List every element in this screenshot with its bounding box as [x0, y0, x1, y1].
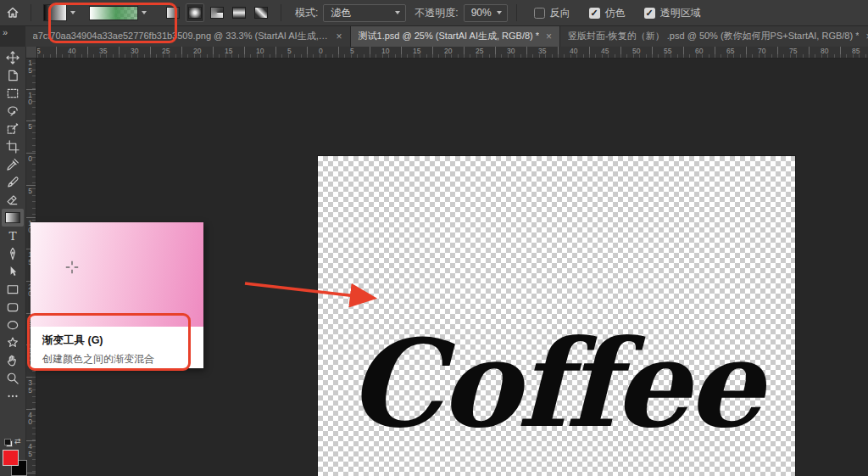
toolbar-more[interactable]	[0, 387, 25, 405]
linear-gradient-button[interactable]	[164, 3, 182, 22]
ruler-tick-label: 0	[319, 47, 323, 55]
hand-tool-icon	[6, 354, 19, 367]
swap-colors-icon[interactable]: ⇄	[14, 437, 21, 445]
brush-tool-icon	[6, 176, 19, 189]
coffee-text: Coffee	[348, 313, 769, 454]
ruler-tick-label: 35	[538, 47, 546, 55]
tab-close-icon[interactable]: ×	[337, 31, 342, 42]
ruler-tick-label: 4 0	[27, 412, 34, 426]
ruler-tick-label: 65	[726, 47, 734, 55]
checkbox-checked-icon[interactable]: ✓	[589, 8, 600, 19]
ruler-tick-label: 1 5	[27, 59, 34, 74]
rectangle-tool[interactable]	[0, 280, 25, 298]
linear-gradient-icon	[166, 7, 180, 19]
foreground-background-swatches	[3, 450, 25, 475]
eraser-tool[interactable]	[0, 191, 25, 209]
ruler-tick-label: 10	[381, 47, 389, 55]
tab-title: a7cf70aa34904a33ae52776fb31b3509.png @ 3…	[33, 30, 330, 42]
zoom-tool-icon	[6, 372, 19, 385]
lasso-tool[interactable]	[0, 102, 25, 120]
move-tool[interactable]	[0, 48, 25, 66]
ruler-tick-label: 45	[601, 47, 609, 55]
tab-bar-corner: »	[0, 25, 25, 47]
object-selection-tool-icon	[6, 122, 19, 136]
ruler-tick-label: 80	[821, 47, 828, 55]
default-colors-icon[interactable]	[4, 439, 13, 447]
tab-title: 竖版封面-恢复的（新） .psd @ 50% (教你如何用PS+StartAI,…	[568, 30, 859, 42]
tab-close-icon[interactable]: ×	[546, 31, 552, 42]
gradient-tool-tooltip: 渐变工具 (G) 创建颜色之间的渐变混合	[31, 222, 203, 368]
document-tab[interactable]: a7cf70aa34904a33ae52776fb31b3509.png @ 3…	[25, 25, 351, 47]
radial-gradient-button[interactable]	[186, 3, 204, 22]
angle-gradient-button[interactable]	[208, 3, 226, 22]
option-checkbox[interactable]: ✓仿色	[589, 6, 626, 20]
home-button[interactable]	[0, 6, 25, 20]
eyedropper-tool[interactable]	[0, 155, 25, 173]
ruler-tick-label: 5	[287, 47, 292, 55]
checkbox-label: 仿色	[605, 6, 626, 20]
rounded-rectangle-tool[interactable]	[0, 298, 25, 316]
pen-tool[interactable]	[0, 244, 25, 262]
ruler-tick-label: 50	[632, 47, 640, 55]
option-checkbox[interactable]: ✓透明区域	[644, 6, 701, 20]
ruler-tick-label: 5	[27, 188, 34, 195]
tool-preset-picker[interactable]	[43, 4, 79, 21]
horizontal-ruler[interactable]: 5403530252015105051015202530354045505560…	[25, 47, 868, 59]
photoshop-window: Coffee 540353025201510505101520253035404…	[0, 0, 868, 476]
document-canvas[interactable]: Coffee	[318, 156, 795, 476]
ruler-origin-box[interactable]	[25, 47, 37, 59]
mode-label: 模式:	[295, 6, 318, 20]
crosshair-cursor-icon	[64, 260, 80, 275]
checkbox-unchecked-icon[interactable]	[534, 8, 545, 19]
type-tool[interactable]: T	[0, 227, 25, 244]
blend-mode-value: 滤色	[331, 6, 351, 20]
ruler-tick-label: 40	[68, 47, 75, 55]
tab-title: 测试1.psd @ 25% (StartAI AI生成, RGB/8) *	[359, 30, 540, 42]
checkbox-checked-icon[interactable]: ✓	[644, 8, 655, 19]
opacity-select[interactable]: 90%	[464, 4, 508, 22]
zoom-tool[interactable]	[0, 369, 25, 387]
diamond-gradient-button[interactable]	[252, 3, 270, 22]
foreground-color-swatch[interactable]	[3, 450, 19, 466]
tool-options-bar: 模式: 滤色 不透明度: 90% 反向✓仿色✓透明区域	[0, 0, 868, 26]
reflected-gradient-button[interactable]	[230, 3, 248, 22]
object-selection-tool[interactable]	[0, 120, 25, 137]
radial-gradient-icon	[188, 7, 202, 19]
rectangle-tool-icon	[6, 283, 19, 296]
document-tab[interactable]: 测试1.psd @ 25% (StartAI AI生成, RGB/8) *×	[351, 25, 561, 47]
default-fg-chip	[4, 439, 11, 445]
crop-tool[interactable]	[0, 137, 25, 155]
gradient-picker-chevron-icon[interactable]	[138, 5, 150, 20]
path-select-tool-icon	[6, 265, 19, 278]
home-icon	[6, 6, 19, 20]
ruler-tick-label: 25	[162, 47, 170, 55]
ruler-tick-label: 15	[225, 47, 232, 55]
ruler-tick-label: 5	[27, 123, 34, 131]
tooltip-title: 渐变工具 (G)	[42, 333, 192, 348]
brush-tool[interactable]	[0, 173, 25, 191]
gradient-type-buttons	[164, 3, 270, 22]
ellipse-tool[interactable]	[0, 316, 25, 333]
path-select-tool[interactable]	[0, 262, 25, 280]
marquee-tool[interactable]	[0, 84, 25, 102]
crop-tool-icon	[6, 140, 19, 154]
ruler-tick-label: 5	[350, 47, 354, 55]
pen-tool-icon	[6, 247, 19, 260]
ruler-tick-label: 1 0	[27, 92, 34, 106]
gradient-editor-preview[interactable]	[89, 6, 138, 20]
document-tab[interactable]: 竖版封面-恢复的（新） .psd @ 50% (教你如何用PS+StartAI,…	[560, 25, 868, 47]
tab-bar-tabs: a7cf70aa34904a33ae52776fb31b3509.png @ 3…	[25, 25, 868, 47]
diamond-gradient-icon	[254, 7, 268, 19]
collapse-panel-icon[interactable]: »	[3, 27, 7, 37]
artboard-tool[interactable]	[0, 66, 25, 84]
custom-shape-tool[interactable]	[0, 333, 25, 351]
gradient-tool-icon	[5, 212, 20, 223]
gradient-tool[interactable]	[2, 209, 24, 227]
ruler-tick-label: 40	[570, 47, 577, 55]
hand-tool[interactable]	[0, 351, 25, 369]
ellipse-tool-icon	[6, 318, 19, 332]
blend-mode-select[interactable]: 滤色	[323, 4, 406, 22]
separator	[281, 4, 281, 21]
ruler-tick-label: 20	[444, 47, 452, 55]
option-checkbox[interactable]: 反向	[534, 6, 570, 20]
